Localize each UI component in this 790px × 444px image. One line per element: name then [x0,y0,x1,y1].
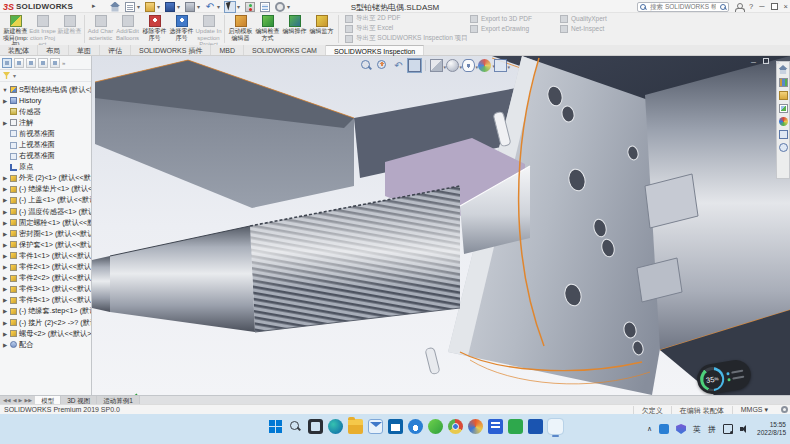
remove-balloons-button[interactable]: 移除零件序号 [141,13,168,41]
taskbar-search-icon[interactable] [288,419,303,434]
edit-gages-button[interactable]: 编辑监方 [308,13,335,35]
tab-addins[interactable]: SOLIDWORKS 插件 [131,45,211,55]
tree-item-component[interactable]: ▶螺母<2> (默认<<默认>_显示状态 [0,328,91,339]
tree-item-component[interactable]: ▶保护套<1> (默认<<默认>_显示状 [0,239,91,250]
edit-inspection-project-button[interactable]: Edit Inspection Project [29,13,56,48]
propertymanager-tab-icon[interactable] [14,58,24,68]
custom-properties-icon[interactable] [779,130,788,139]
word-icon[interactable] [528,419,543,434]
export-edrawing-button[interactable]: Export eDrawing [470,24,550,33]
clock[interactable]: 15:55 2022/8/15 [757,421,786,437]
display-style-icon[interactable]: ▾ [446,59,459,72]
tree-item-history[interactable]: ▶History [0,95,91,106]
security-shield-icon[interactable] [676,424,686,434]
tree-item-component[interactable]: ▶零件2<2> (默认<<默认>_显示状态 [0,273,91,284]
start-button[interactable] [268,419,283,434]
wps-icon[interactable] [508,419,523,434]
design-library-icon[interactable] [779,78,788,87]
app-green-icon[interactable] [428,419,443,434]
onedrive-tray-icon[interactable] [659,424,669,434]
tab-model[interactable]: 模型 [35,396,61,404]
tree-item-component[interactable]: ▶(-) 绝缘垫片<1> (默认<<默认>_显 [0,184,91,195]
displaymanager-tab-icon[interactable] [50,58,60,68]
search-input[interactable] [648,2,718,11]
edge-icon[interactable] [328,419,343,434]
tab-solidworks-cam[interactable]: SOLIDWORKS CAM [244,45,326,55]
tree-filter-row[interactable]: ▾ [0,70,91,82]
hide-show-items-icon[interactable]: ▾ [462,59,475,72]
update-inspection-project-button[interactable]: Update Inspection Project [195,13,222,48]
tree-item-component[interactable]: ▶(-) 接片 (2)<2> ->? (默认<<默认> [0,317,91,328]
qualityxpert-button[interactable]: QualityXpert [560,14,630,23]
doc-close-icon[interactable]: × [776,58,780,67]
tab-evaluate[interactable]: 评估 [100,45,131,55]
file-properties-icon[interactable] [260,2,270,12]
tab-sketch[interactable]: 草图 [69,45,100,55]
doc-minimize-icon[interactable]: ─ [751,58,756,67]
home-icon[interactable] [110,2,120,12]
previous-view-icon[interactable]: ↶ [392,59,405,72]
task-view-icon[interactable] [308,419,323,434]
tree-item-sensors[interactable]: 传感器 [0,106,91,117]
doc-restore-icon[interactable] [763,58,769,64]
add-edit-balloons-button[interactable]: Add/Edit Balloons [114,13,141,41]
file-explorer-icon[interactable] [348,419,363,434]
3d-model-thermocouple-assembly[interactable] [92,56,790,395]
tree-item-origin[interactable]: 原点 [0,162,91,173]
tree-item-component[interactable]: ▶固定螺栓<1> (默认<<默认>_显示 [0,217,91,228]
forum-icon[interactable] [779,143,788,152]
zoom-to-area-icon[interactable] [376,59,389,72]
tree-item-mates[interactable]: ▶配合 [0,339,91,350]
chrome-icon[interactable] [448,419,463,434]
export-excel-button[interactable]: 导出至 Excel [345,24,460,33]
options-gear-icon[interactable] [275,2,285,12]
undo-icon[interactable]: ↶ [205,2,215,12]
appearances-scenes-icon[interactable] [779,117,788,126]
help-search-box[interactable] [637,2,729,12]
select-balloons-button[interactable]: 选择零件序号 [168,13,195,41]
view-settings-icon[interactable]: ▾ [494,59,507,72]
print-icon[interactable] [185,2,195,12]
section-view-icon[interactable] [408,59,421,72]
ime-pinyin-indicator[interactable]: 拼 [708,424,716,435]
tree-item-component[interactable]: ▶零件5<1> (默认<<默认>_显示状态 [0,295,91,306]
tree-item-component[interactable]: ▶(-) 温度传感器<1> (默认<<默认>_ [0,206,91,217]
tree-item-component[interactable]: ▶零件2<1> (默认<<默认>_显示状态 [0,262,91,273]
status-options-icon[interactable] [781,406,788,413]
tab-mbd[interactable]: MBD [211,45,244,55]
tree-item-root[interactable]: ▼S型铂铑热电偶 (默认<默认_显示状态-1> [0,84,91,95]
onedrive-icon[interactable] [408,419,423,434]
export-inspection-project-button[interactable]: 导出至 SOLIDWORKS Inspection 项目 [345,34,460,43]
solidworks-taskbar-icon[interactable] [548,419,563,434]
tab-solidworks-inspection[interactable]: SOLIDWORKS Inspection [326,45,424,55]
edit-operations-button[interactable]: 编辑操作 [281,13,308,35]
tab-3d-views[interactable]: 3D 视图 [61,396,97,404]
tree-item-top-plane[interactable]: 上视基准面 [0,139,91,150]
zoom-to-fit-icon[interactable] [360,59,373,72]
file-explorer-pane-icon[interactable] [779,91,788,100]
tree-item-front-plane[interactable]: 前视基准面 [0,128,91,139]
tree-item-component[interactable]: ▶密封圈<1> (默认<<默认>_显示状 [0,228,91,239]
tab-scroll-arrows[interactable]: ◀◀◀▶▶▶ [0,396,35,404]
edit-inspection-methods-button[interactable]: 编辑检查方式 [254,13,281,41]
help-button[interactable]: ? [749,1,753,12]
restore-button[interactable] [771,3,778,10]
ime-english-indicator[interactable]: 英 [693,424,701,435]
rebuild-traffic-light-icon[interactable] [245,2,255,12]
edit-appearance-icon[interactable]: ▾ [478,59,491,72]
dimxpertmanager-tab-icon[interactable] [38,58,48,68]
tree-item-component[interactable]: ▶零件3<1> (默认<<默认>_显示状态 [0,284,91,295]
mail-icon[interactable] [368,419,383,434]
tab-motion-study[interactable]: 运动算例1 [97,396,140,404]
export-3d-pdf-button[interactable]: Export to 3D PDF [470,14,550,23]
login-user-icon[interactable] [735,3,743,11]
menu-flyout-arrow-icon[interactable]: ▸ [92,2,96,10]
view-palette-icon[interactable] [779,104,788,113]
add-characteristic-button[interactable]: Add Characteristic [87,13,114,41]
browser-icon[interactable] [468,419,483,434]
tray-chevron-icon[interactable]: ∧ [647,425,652,433]
open-icon[interactable] [145,2,155,12]
minimize-button[interactable]: ─ [759,1,764,12]
save-icon[interactable] [165,2,175,12]
new-document-icon[interactable] [125,2,135,12]
